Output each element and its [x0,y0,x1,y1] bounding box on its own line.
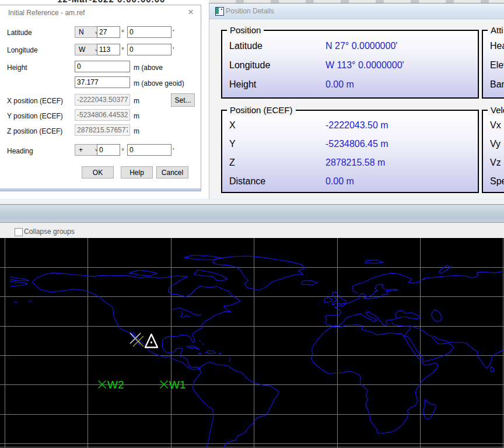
cancel-button[interactable]: Cancel [156,166,188,178]
vehicle-dot-icon [150,341,152,343]
height-unit: m (above [134,64,163,72]
detail-value: 0.00 m [326,79,354,90]
ok-button[interactable]: OK [82,166,114,178]
coastline [332,292,346,305]
world-map[interactable]: W1W2 [0,238,504,448]
coastline [229,358,230,362]
detail-row: Y-5234806.45 m [222,135,478,153]
heading-degree-symbol: ° [121,147,124,155]
coastline [324,298,332,303]
latitude-minute-symbol: ' [173,29,174,37]
group-title-velocity: Velo [488,105,504,115]
z-ecef-unit: m [134,127,139,135]
detail-label: Vx [490,120,501,131]
coastline [194,270,228,281]
longitude-degrees-input[interactable] [97,44,120,55]
set-button[interactable]: Set... [171,93,195,107]
heading-minute-symbol: ' [173,147,174,155]
coastline [439,265,450,274]
coastline [172,307,202,315]
longitude-degree-symbol: ° [121,46,124,54]
y-ecef-input [75,109,130,121]
detail-label: Ban [490,79,504,90]
height-geoid-unit: m (above geoid) [134,79,184,88]
coastline [391,323,410,326]
coastline [198,353,201,354]
x-ecef-unit: m [134,97,139,105]
detail-label: Z [229,158,235,168]
x-ecef-input [75,94,130,106]
coastline [193,362,279,448]
dialog-title: Initial Reference - am.ref [8,9,85,17]
detail-row: Vz [483,153,504,172]
detail-value: 2878215.58 m [326,158,385,168]
latitude-degrees-input[interactable] [97,26,120,38]
help-button[interactable]: Help [121,166,153,178]
group-position-ecef: Position (ECEF)X-2222043.50 mY-5234806.4… [221,110,479,193]
position-details-titlebar[interactable]: Position Details [209,4,504,19]
latitude-label: Latitude [7,29,32,37]
x-ecef-label: X position (ECEF) [7,97,63,105]
coastline [130,270,158,276]
detail-label: Elev [490,60,504,71]
coastline [424,400,436,419]
coastline [302,281,318,285]
initial-reference-dialog: Initial Reference - am.ref × Latitude N … [0,5,201,191]
close-icon[interactable]: × [188,7,194,17]
detail-row: Elev [483,55,504,75]
longitude-minutes-input[interactable] [127,44,172,55]
detail-row: Distance0.00 m [222,172,478,191]
longitude-label: Longitude [7,46,38,54]
detail-row: Height0.00 m [222,75,478,94]
detail-row: Vx [483,116,504,135]
detail-row: Ban [483,75,504,94]
coastline [184,255,222,260]
longitude-minute-symbol: ' [173,46,174,54]
group-attitude: AttiHeaElevBan [482,30,504,99]
coastline [213,256,306,290]
coastline [432,310,442,321]
height-input[interactable] [75,61,130,72]
latitude-hemisphere-value: N [79,28,84,36]
latitude-degree-symbol: ° [121,29,124,37]
detail-row: LongitudeW 113° 0.0000000' [222,55,478,75]
heading-minutes-input[interactable] [127,144,172,156]
window-icon [215,7,224,16]
coastline [491,366,494,372]
map-options-row: Collapse groups [0,223,504,238]
detail-label: Spe [490,176,504,187]
heading-degrees-input[interactable] [97,144,120,156]
z-ecef-label: Z position (ECEF) [7,127,62,135]
waypoint-label: W1 [169,379,186,391]
y-ecef-unit: m [134,112,139,120]
height-geoid-input[interactable] [75,76,130,88]
detail-row: Z2878215.58 m [222,153,478,172]
coastline [199,341,201,341]
coastline [10,281,27,286]
detail-row: Hea [483,36,504,55]
clipped-background-title: 12-Mar-2022 0:00:00.00 [57,0,165,4]
heading-label: Heading [7,147,33,155]
coastline [206,351,216,354]
coastline [186,346,200,349]
coastline [365,260,384,264]
detail-value: N 27° 0.0000000' [326,41,397,51]
coastline [395,311,420,319]
coastline [202,344,204,345]
latitude-minutes-input[interactable] [127,26,172,38]
detail-row: X-2222043.50 m [222,116,478,135]
heading-sign-value: + [79,146,83,154]
group-title-position: Position [227,25,264,35]
detail-row: Spe [483,172,504,191]
detail-label: Distance [229,176,265,187]
coastline [404,326,454,362]
coastline [326,312,397,326]
longitude-hemisphere-value: W [79,46,85,54]
collapse-groups-checkbox[interactable] [15,228,23,236]
group-title-attitude: Atti [488,25,504,35]
detail-value: -2222043.50 m [326,120,388,131]
detail-label: Height [229,79,256,90]
vehicle-triangle-icon [145,334,158,348]
world-map-panel[interactable]: W1W2 [0,238,504,448]
detail-value: -5234806.45 m [326,139,388,149]
